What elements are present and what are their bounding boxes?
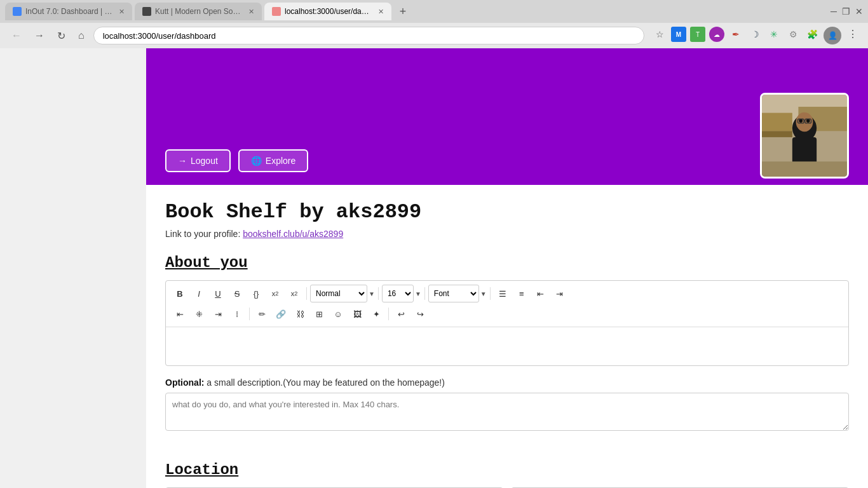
align-justify-button[interactable]: ⁞: [228, 305, 246, 323]
purple-banner: → Logout 🌐 Explore: [146, 48, 868, 185]
profile-link-row: Link to your profile: bookshelf.club/u/a…: [165, 229, 849, 239]
pencil-button[interactable]: ✏: [253, 305, 271, 323]
unlink-button[interactable]: ⛓: [291, 305, 309, 323]
unordered-list-button[interactable]: ☰: [494, 285, 512, 302]
svg-point-8: [799, 119, 803, 123]
logout-button[interactable]: → Logout: [165, 149, 231, 172]
toolbar-divider-3: [424, 287, 425, 300]
browser-extension-icons: ☆ M T ☁ ✒ ☽ ✳ ⚙ 🧩 👤 ⋮: [652, 27, 860, 44]
svg-rect-13: [762, 161, 847, 177]
redo-button[interactable]: ↪: [411, 305, 429, 323]
ext-icon-7[interactable]: ⚙: [785, 27, 801, 42]
tab-2[interactable]: Kutt | Modern Open Source… ✕: [135, 3, 262, 20]
star-icon[interactable]: ☆: [652, 27, 667, 42]
profile-avatar[interactable]: 👤: [824, 27, 841, 44]
toolbar-divider-6: [388, 308, 389, 320]
clear-format-button[interactable]: ✦: [367, 305, 385, 323]
browser-chrome: InOut 7.0: Dashboard | Dev… ✕ Kutt | Mod…: [0, 0, 868, 48]
ext-icon-6[interactable]: ✳: [766, 27, 782, 42]
window-controls: ─ ❐ ✕: [831, 6, 863, 17]
logout-icon: →: [178, 156, 187, 166]
description-textarea[interactable]: [165, 393, 849, 431]
toolbar-divider-1: [306, 287, 307, 300]
ext-icon-3[interactable]: ☁: [709, 27, 724, 42]
ext-icon-1[interactable]: M: [671, 27, 686, 42]
style-dropdown-arrow: ▼: [369, 290, 375, 297]
font-dropdown[interactable]: Font: [428, 285, 479, 302]
address-input[interactable]: [93, 27, 644, 44]
globe-icon: 🌐: [251, 156, 262, 166]
minimize-button[interactable]: ─: [831, 6, 837, 17]
svg-point-7: [796, 112, 813, 132]
svg-rect-2: [762, 113, 792, 132]
svg-rect-4: [762, 131, 792, 137]
tab-3[interactable]: localhost:3000/user/dashbo… ✕: [264, 3, 391, 20]
optional-label-text: a small description.(You may be featured…: [204, 377, 445, 388]
code-block-button[interactable]: {}: [247, 285, 265, 302]
toolbar-divider-4: [490, 287, 491, 300]
ext-icon-4[interactable]: ✒: [728, 27, 743, 42]
page-content: → Logout 🌐 Explore: [0, 48, 868, 488]
about-you-heading: About you: [165, 254, 849, 271]
home-button[interactable]: ⌂: [74, 29, 88, 43]
explore-label: Explore: [266, 156, 295, 166]
superscript-button[interactable]: x2: [266, 285, 284, 302]
profile-link-prefix: Link to your profile:: [165, 229, 243, 239]
align-center-button[interactable]: ⁜: [190, 305, 208, 323]
subscript-button[interactable]: x2: [285, 285, 303, 302]
new-tab-button[interactable]: +: [394, 3, 412, 20]
font-dropdown-arrow: ▼: [480, 290, 487, 297]
underline-button[interactable]: U: [209, 285, 227, 302]
editor-body[interactable]: [166, 327, 848, 365]
back-button[interactable]: ←: [8, 29, 25, 43]
bold-button[interactable]: B: [171, 285, 189, 302]
ext-icon-8[interactable]: 🧩: [804, 27, 820, 42]
align-right-button[interactable]: ⇥: [209, 305, 227, 323]
profile-link[interactable]: bookshelf.club/u/aks2899: [243, 229, 343, 239]
align-left-button[interactable]: ⇤: [171, 305, 189, 323]
tab-1[interactable]: InOut 7.0: Dashboard | Dev… ✕: [5, 3, 132, 20]
ext-icon-2[interactable]: T: [690, 27, 705, 42]
undo-button[interactable]: ↩: [392, 305, 410, 323]
page-title: Book Shelf by aks2899: [165, 200, 849, 224]
address-bar: ← → ↻ ⌂ ☆ M T ☁ ✒ ☽ ✳ ⚙ 🧩 👤 ⋮: [0, 23, 868, 48]
main-area: → Logout 🌐 Explore: [146, 48, 868, 488]
rich-text-editor: B I U S {} x2 x2 Normal ▼: [165, 280, 849, 366]
emoji-button[interactable]: ☺: [329, 305, 347, 323]
tab-2-close[interactable]: ✕: [248, 8, 254, 16]
location-heading: Location: [165, 461, 849, 478]
tab-1-close[interactable]: ✕: [119, 8, 125, 16]
italic-button[interactable]: I: [190, 285, 208, 302]
toolbar-divider-5: [249, 308, 250, 320]
browser-menu-button[interactable]: ⋮: [845, 27, 860, 44]
svg-point-9: [806, 119, 810, 123]
font-size-dropdown-arrow: ▼: [415, 290, 421, 297]
reload-button[interactable]: ↻: [53, 29, 69, 43]
style-dropdown[interactable]: Normal: [310, 285, 367, 302]
optional-label-bold: Optional:: [165, 377, 204, 388]
toolbar-row-1: B I U S {} x2 x2 Normal ▼: [171, 285, 843, 302]
ext-icon-5[interactable]: ☽: [747, 27, 763, 42]
explore-button[interactable]: 🌐 Explore: [238, 149, 308, 172]
left-sidebar: [0, 48, 146, 488]
tab-3-close[interactable]: ✕: [378, 8, 384, 16]
logout-label: Logout: [191, 156, 218, 166]
toolbar-divider-2: [378, 287, 379, 300]
banner-buttons: → Logout 🌐 Explore: [165, 149, 308, 172]
optional-label: Optional: a small description.(You may b…: [165, 377, 849, 388]
indent-button[interactable]: ⇥: [551, 285, 569, 302]
location-section: Location: [146, 449, 868, 488]
profile-photo: [760, 93, 849, 179]
outdent-button[interactable]: ⇤: [532, 285, 550, 302]
forward-button[interactable]: →: [31, 29, 48, 43]
font-size-dropdown[interactable]: 16: [382, 285, 414, 302]
link-button[interactable]: 🔗: [272, 305, 290, 323]
close-window-button[interactable]: ✕: [855, 6, 863, 17]
editor-toolbar: B I U S {} x2 x2 Normal ▼: [166, 281, 848, 327]
ordered-list-button[interactable]: ≡: [513, 285, 531, 302]
strikethrough-button[interactable]: S: [228, 285, 246, 302]
insert-table-button[interactable]: ⊞: [310, 305, 328, 323]
toolbar-row-2: ⇤ ⁜ ⇥ ⁞ ✏ 🔗 ⛓ ⊞ ☺ 🖼 ✦ ↩ ↪: [171, 305, 843, 323]
insert-image-button[interactable]: 🖼: [348, 305, 366, 323]
restore-button[interactable]: ❐: [842, 6, 850, 17]
